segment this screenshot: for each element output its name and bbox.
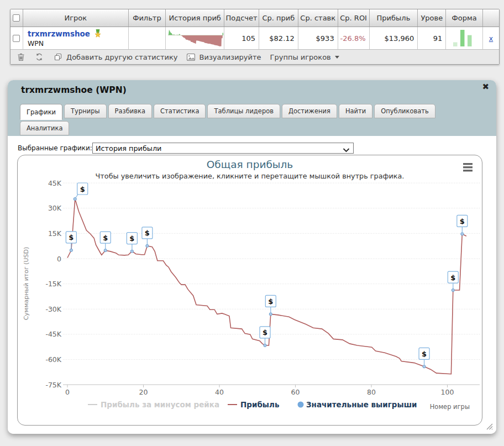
player-stats-table: Игрок Фильтр История приб Подсчет Ср. пр… <box>10 9 500 65</box>
panel-title: trxmrzwmshoe (WPN) <box>21 85 127 95</box>
svg-text:-60K: -60K <box>45 355 61 364</box>
x-axis-title: Номер игры <box>430 403 470 411</box>
col-history[interactable]: История приб <box>166 9 224 27</box>
svg-text:$: $ <box>80 185 85 193</box>
svg-text:15K: 15K <box>48 229 62 238</box>
col-level[interactable]: Урове <box>418 9 446 27</box>
delete-icon[interactable] <box>17 53 25 61</box>
svg-text:Прибыль за минусом рейка: Прибыль за минусом рейка <box>101 400 219 409</box>
svg-text:$: $ <box>103 234 108 242</box>
svg-text:$: $ <box>69 233 74 242</box>
count-cell: 105 <box>224 27 259 49</box>
svg-text:-75K: -75K <box>45 381 61 389</box>
tabs-row-1: ГрафикиТурнирыРазбивкаСтатистикаТаблицы … <box>20 104 437 120</box>
col-profit[interactable]: Прибыль <box>370 9 418 27</box>
tab-Турниры[interactable]: Турниры <box>64 104 107 118</box>
svg-text:$: $ <box>145 229 150 237</box>
significant-win-marker: $ <box>127 233 137 253</box>
form-cell <box>446 27 483 49</box>
svg-text:-15K: -15K <box>45 280 61 288</box>
svg-text:0: 0 <box>65 388 70 396</box>
col-player[interactable]: Игрок <box>23 9 129 27</box>
tab-Опубликовать[interactable]: Опубликовать <box>374 104 435 118</box>
svg-text:20: 20 <box>139 388 148 396</box>
player-name-link[interactable]: trxmrzwmshoe <box>28 29 90 38</box>
chart-title: Общая прибыль <box>207 159 293 170</box>
tab-Статистика[interactable]: Статистика <box>154 104 206 118</box>
significant-win-marker: $ <box>142 227 153 248</box>
player-groups-dropdown[interactable]: Группы игроков <box>270 53 331 61</box>
remove-row-link[interactable]: x <box>489 34 493 43</box>
significant-win-marker: $ <box>457 215 468 235</box>
col-avg-profit[interactable]: Ср. приб <box>259 9 298 27</box>
remove-cell: x <box>483 27 499 49</box>
visualize-icon[interactable] <box>187 54 195 61</box>
svg-text:$: $ <box>460 217 465 225</box>
tab-Найти[interactable]: Найти <box>339 104 372 118</box>
resize-grip[interactable] <box>485 422 493 432</box>
medal-icon <box>93 29 102 39</box>
avg-stake-cell: $933 <box>298 27 338 49</box>
svg-text:100: 100 <box>441 388 454 396</box>
significant-win-marker: $ <box>265 295 276 316</box>
profit-cell: $13,960 <box>370 27 418 49</box>
add-stat-button[interactable]: Добавить другую статистику <box>66 53 178 61</box>
svg-text:60: 60 <box>291 388 300 396</box>
row-checkbox[interactable] <box>13 35 20 42</box>
legend-item: Прибыль <box>228 400 279 409</box>
svg-text:$: $ <box>268 297 273 306</box>
table-row: trxmrzwmshoe WPN 105 $82.12 $933 -26.8% … <box>11 27 499 49</box>
significant-win-marker: $ <box>74 183 88 201</box>
profit-history-sparkline <box>167 28 223 48</box>
graph-selector[interactable]: История прибыли <box>92 143 354 154</box>
tab-Достижения[interactable]: Достижения <box>282 104 337 118</box>
panel-body: Выбранные графики: История прибыли Общая… <box>8 136 496 434</box>
profit-chart-card[interactable]: Общая прибыльЧтобы увеличить изображение… <box>17 155 482 426</box>
svg-text:$: $ <box>262 328 267 337</box>
significant-win-marker: $ <box>100 232 111 252</box>
panel-header: trxmrzwmshoe (WPN) ✖ ГрафикиТурнирыРазби… <box>8 80 496 136</box>
graph-selector-value: История прибыли <box>96 144 161 153</box>
svg-text:-30K: -30K <box>45 305 61 313</box>
svg-text:45K: 45K <box>48 179 62 187</box>
row-select-cell <box>11 27 23 49</box>
tab-Таблицы лидеров[interactable]: Таблицы лидеров <box>207 104 280 118</box>
svg-text:$: $ <box>422 350 427 358</box>
legend-item: Значительные выигрыши <box>298 400 417 409</box>
avg-profit-cell: $82.12 <box>259 27 298 49</box>
col-filter[interactable]: Фильтр <box>129 9 166 27</box>
copy-icon[interactable] <box>54 53 62 61</box>
svg-text:-45K: -45K <box>45 330 61 338</box>
svg-text:80: 80 <box>367 388 376 396</box>
svg-text:Прибыль: Прибыль <box>240 400 279 409</box>
player-groups-caret-icon[interactable] <box>335 56 339 59</box>
col-count[interactable]: Подсчет <box>224 9 259 27</box>
player-site: WPN <box>28 39 44 48</box>
svg-text:0: 0 <box>57 255 61 263</box>
svg-text:30K: 30K <box>48 204 62 212</box>
svg-text:$: $ <box>129 234 134 243</box>
tab-Разбивка[interactable]: Разбивка <box>108 104 152 118</box>
significant-win-marker: $ <box>66 232 76 252</box>
tabs-row-2: Аналитика <box>20 121 71 135</box>
table-toolbar: Добавить другую статистику Визуализируйт… <box>11 49 499 64</box>
player-detail-panel: trxmrzwmshoe (WPN) ✖ ГрафикиТурнирыРазби… <box>8 80 496 434</box>
panel-close-icon[interactable]: ✖ <box>482 82 489 92</box>
history-sparkline-cell[interactable] <box>166 27 224 49</box>
chevron-down-icon <box>343 146 350 154</box>
form-bars <box>452 29 476 47</box>
select-all-cell <box>11 9 23 27</box>
col-avg-roi[interactable]: Ср. ROI <box>338 9 370 27</box>
chart-subtitle: Чтобы увеличить изображение, кликните и … <box>96 172 405 180</box>
tab-Графики[interactable]: Графики <box>20 104 62 120</box>
refresh-icon[interactable] <box>35 53 43 61</box>
visualize-button[interactable]: Визуализируйте <box>200 53 261 61</box>
profit-line <box>67 199 466 374</box>
table-header: Игрок Фильтр История приб Подсчет Ср. пр… <box>11 9 499 27</box>
col-avg-stake[interactable]: Ср. ставк <box>298 9 338 27</box>
tab-Аналитика[interactable]: Аналитика <box>20 121 69 135</box>
total-profit-chart: Общая прибыльЧтобы увеличить изображение… <box>18 155 482 425</box>
legend-item: Прибыль за минусом рейка <box>88 400 219 409</box>
col-form[interactable]: Форма <box>446 9 483 27</box>
select-all-checkbox[interactable] <box>13 14 20 22</box>
